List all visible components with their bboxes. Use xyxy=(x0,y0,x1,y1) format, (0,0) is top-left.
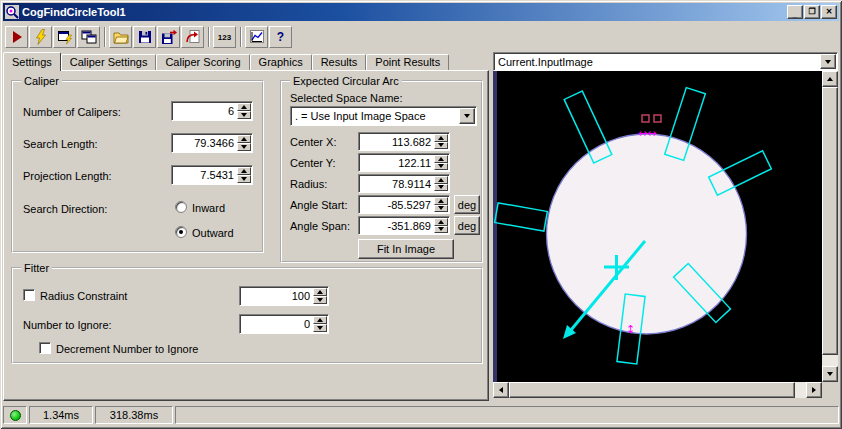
projection-length-input[interactable] xyxy=(173,167,236,183)
down-arrow-icon xyxy=(438,185,444,189)
scroll-left-button[interactable] xyxy=(493,382,509,398)
results-graph-button[interactable] xyxy=(245,26,268,48)
center-x-input[interactable] xyxy=(360,134,433,149)
spin-down-button[interactable] xyxy=(434,205,448,213)
run-tool-window-button[interactable] xyxy=(77,26,100,48)
tab-point-results[interactable]: Point Results xyxy=(366,54,449,70)
number-to-ignore-field[interactable] xyxy=(239,314,329,334)
spin-down-button[interactable] xyxy=(313,296,327,304)
spin-up-button[interactable] xyxy=(237,135,251,143)
electric-run-button[interactable] xyxy=(29,26,52,48)
outward-radio[interactable] xyxy=(175,226,187,238)
down-arrow-icon xyxy=(438,227,444,231)
status-message-panel xyxy=(175,406,839,424)
vertical-scroll-thumb[interactable] xyxy=(822,87,838,355)
inward-radio[interactable] xyxy=(175,201,187,213)
spin-up-button[interactable] xyxy=(434,197,448,205)
number-of-calipers-input[interactable] xyxy=(173,103,236,119)
scroll-up-button[interactable] xyxy=(822,71,838,87)
angle-start-input[interactable] xyxy=(360,197,433,212)
spin-up-button[interactable] xyxy=(313,288,327,296)
minimize-button[interactable]: _ xyxy=(787,5,803,19)
spin-down-button[interactable] xyxy=(434,184,448,192)
combo-dropdown-button[interactable] xyxy=(459,108,475,124)
angle-span-spinner xyxy=(434,218,448,233)
titlebar[interactable]: CogFindCircleTool1 _ ❐ ✕ xyxy=(3,3,839,21)
selected-space-combobox[interactable]: . = Use Input Image Space xyxy=(290,106,477,126)
spin-down-button[interactable] xyxy=(237,143,251,151)
radius-constraint-label[interactable]: Radius Constraint xyxy=(40,290,127,303)
projection-length-field[interactable] xyxy=(171,165,253,185)
selected-space-value: . = Use Input Image Space xyxy=(295,109,458,123)
revert-button[interactable] xyxy=(181,26,204,48)
tab-graphics[interactable]: Graphics xyxy=(250,54,312,70)
center-x-spinner xyxy=(434,134,448,149)
decrement-number-checkbox[interactable] xyxy=(39,342,51,354)
image-source-value: Current.InputImage xyxy=(498,55,819,69)
image-display[interactable]: ↔↔ ↕ xyxy=(493,71,822,382)
fit-in-image-button[interactable]: Fit In Image xyxy=(358,239,454,259)
scroll-down-button[interactable] xyxy=(822,366,838,382)
number-to-ignore-input[interactable] xyxy=(241,316,312,332)
angle-start-deg-button[interactable]: deg xyxy=(454,195,480,214)
center-x-field[interactable] xyxy=(358,132,450,151)
selected-space-name-label: Selected Space Name: xyxy=(290,92,403,105)
help-button[interactable]: ? xyxy=(269,26,292,48)
spin-up-button[interactable] xyxy=(434,134,448,142)
search-length-input[interactable] xyxy=(173,135,236,151)
run-subtool-button[interactable] xyxy=(53,26,76,48)
save-image-button[interactable] xyxy=(157,26,180,48)
run-play-icon xyxy=(9,29,25,45)
center-y-input[interactable] xyxy=(360,155,433,170)
angle-span-field[interactable] xyxy=(358,216,450,235)
image-source-combobox[interactable]: Current.InputImage xyxy=(493,52,838,71)
angle-start-field[interactable] xyxy=(358,195,450,214)
radius-constraint-checkbox[interactable] xyxy=(23,289,35,301)
spin-up-button[interactable] xyxy=(434,218,448,226)
search-length-field[interactable] xyxy=(171,133,253,153)
radius-input[interactable] xyxy=(360,176,433,191)
up-arrow-icon xyxy=(438,136,444,140)
spin-up-button[interactable] xyxy=(237,167,251,175)
decrement-number-label[interactable]: Decrement Number to Ignore xyxy=(56,343,198,356)
save-file-button[interactable] xyxy=(133,26,156,48)
spin-up-button[interactable] xyxy=(313,316,327,324)
spin-up-button[interactable] xyxy=(237,103,251,111)
down-arrow-icon xyxy=(241,113,247,117)
open-file-button[interactable] xyxy=(109,26,132,48)
center-y-field[interactable] xyxy=(358,153,450,172)
spin-down-button[interactable] xyxy=(237,111,251,119)
spin-down-button[interactable] xyxy=(313,324,327,332)
radius-field[interactable] xyxy=(358,174,450,193)
window-icon xyxy=(5,5,19,19)
number-of-calipers-field[interactable] xyxy=(171,101,253,121)
inward-radio-label[interactable]: Inward xyxy=(192,202,225,215)
outward-radio-label[interactable]: Outward xyxy=(192,227,234,240)
spin-up-button[interactable] xyxy=(434,155,448,163)
spin-down-button[interactable] xyxy=(434,163,448,171)
tab-caliper-settings[interactable]: Caliper Settings xyxy=(61,54,157,70)
svg-text:↔↔: ↔↔ xyxy=(638,127,656,140)
radius-constraint-input[interactable] xyxy=(241,288,312,304)
run-button[interactable] xyxy=(5,26,28,48)
angle-span-input[interactable] xyxy=(360,218,433,233)
tab-settings[interactable]: Settings xyxy=(3,52,61,71)
spin-down-button[interactable] xyxy=(434,142,448,150)
horizontal-scrollbar[interactable] xyxy=(493,382,822,398)
number-format-button[interactable]: 123 xyxy=(213,26,236,48)
spin-down-button[interactable] xyxy=(237,175,251,183)
angle-span-deg-button[interactable]: deg xyxy=(454,216,480,235)
spin-up-button[interactable] xyxy=(434,176,448,184)
tab-results[interactable]: Results xyxy=(312,54,367,70)
tab-caliper-scoring[interactable]: Caliper Scoring xyxy=(156,54,249,70)
scroll-right-button[interactable] xyxy=(806,382,822,398)
up-arrow-icon xyxy=(241,105,247,109)
radius-constraint-field[interactable] xyxy=(239,286,329,306)
horizontal-scroll-thumb[interactable] xyxy=(509,382,795,398)
maximize-button[interactable]: ❐ xyxy=(804,5,820,19)
close-button[interactable]: ✕ xyxy=(821,5,837,19)
vertical-scrollbar[interactable] xyxy=(822,71,838,382)
combo-dropdown-button[interactable] xyxy=(820,54,836,69)
toolbar: 123 ? xyxy=(5,25,293,49)
spin-down-button[interactable] xyxy=(434,226,448,234)
